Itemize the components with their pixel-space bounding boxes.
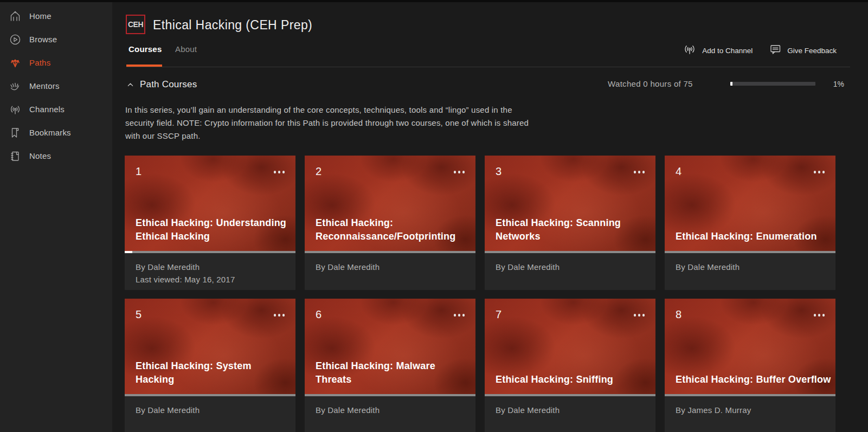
course-title: Ethical Hacking: Reconnaissance/Footprin… (316, 216, 471, 243)
course-options-menu-icon[interactable] (812, 312, 827, 319)
sidebar-item-label: Paths (29, 58, 50, 67)
sidebar-item-label: Channels (29, 105, 65, 114)
sidebar-item-label: Home (29, 11, 52, 21)
course-card-footer: By Dale Meredith (125, 396, 295, 416)
course-options-menu-icon[interactable] (452, 169, 467, 176)
course-number: 7 (496, 308, 501, 321)
course-title: Ethical Hacking: Enumeration (676, 230, 831, 243)
course-card-footer: By Dale Meredith (305, 253, 475, 273)
watched-label: Watched 0 hours of 75 (608, 79, 693, 88)
tab-courses[interactable]: Courses (128, 44, 162, 54)
course-number: 5 (136, 308, 142, 321)
course-progress-bar (305, 394, 475, 396)
sidebar-item-browse[interactable]: Browse (0, 28, 112, 51)
header-actions: Add to Channel Give Feedback (683, 42, 837, 59)
sidebar-item-channels[interactable]: Channels (0, 98, 112, 121)
course-options-menu-icon[interactable] (452, 312, 467, 319)
course-options-menu-icon[interactable] (632, 169, 647, 176)
sidebar-item-label: Notes (29, 151, 51, 160)
channels-broadcast-icon (8, 102, 22, 117)
tab-about[interactable]: About (175, 44, 197, 54)
course-thumbnail: 7 Ethical Hacking: Sniffing (485, 299, 655, 394)
sidebar-item-label: Mentors (29, 81, 60, 91)
course-grid: 1 Ethical Hacking: Understanding Ethical… (125, 156, 835, 432)
course-title: Ethical Hacking: Understanding Ethical H… (136, 216, 291, 243)
course-author: By Dale Meredith (136, 261, 285, 273)
sidebar-item-label: Bookmarks (29, 128, 71, 137)
course-number: 2 (316, 165, 322, 178)
app-window: Home Browse Paths (0, 0, 868, 432)
course-title: Ethical Hacking: Scanning Networks (496, 216, 651, 243)
course-progress-bar (125, 394, 295, 396)
sidebar-item-label: Browse (29, 35, 57, 44)
course-author: By Dale Meredith (496, 404, 645, 416)
course-thumbnail: 1 Ethical Hacking: Understanding Ethical… (125, 156, 295, 251)
course-progress-fill (125, 251, 132, 253)
course-title: Ethical Hacking: Sniffing (496, 373, 651, 386)
course-card[interactable]: 8 Ethical Hacking: Buffer Overflow By Ja… (665, 299, 835, 432)
course-card[interactable]: 5 Ethical Hacking: System Hacking By Dal… (125, 299, 295, 432)
course-author: By Dale Meredith (676, 261, 825, 273)
course-title: Ethical Hacking: Malware Threats (316, 359, 471, 386)
course-options-menu-icon[interactable] (272, 169, 287, 176)
course-number: 1 (136, 165, 142, 178)
paths-icon (8, 56, 22, 70)
bookmark-icon (8, 126, 22, 140)
path-progress-fill (730, 82, 732, 86)
sidebar-item-paths[interactable]: Paths (0, 51, 112, 74)
course-card-footer: By James D. Murray (665, 396, 835, 416)
tabs-divider (126, 67, 850, 67)
chevron-up-icon (126, 81, 134, 89)
course-card-footer: By Dale Meredith Last viewed: May 16, 20… (125, 253, 295, 286)
watched-progress-row: Watched 0 hours of 75 1% (608, 79, 844, 88)
course-thumbnail: 3 Ethical Hacking: Scanning Networks (485, 156, 655, 251)
course-card[interactable]: 2 Ethical Hacking: Reconnaissance/Footpr… (305, 156, 475, 290)
add-to-channel-button[interactable]: Add to Channel (683, 42, 753, 59)
course-author: By Dale Meredith (316, 404, 465, 416)
sidebar-item-bookmarks[interactable]: Bookmarks (0, 121, 112, 144)
sidebar-item-mentors[interactable]: Mentors (0, 74, 112, 98)
sidebar: Home Browse Paths (0, 2, 112, 432)
progress-percent-label: 1% (833, 80, 844, 88)
course-number: 6 (316, 308, 322, 321)
ceh-badge: CEH (126, 15, 145, 34)
course-author: By James D. Murray (676, 404, 825, 416)
course-last-viewed: Last viewed: May 16, 2017 (136, 273, 285, 286)
sidebar-item-home[interactable]: Home (0, 4, 112, 28)
course-number: 8 (676, 308, 681, 321)
course-options-menu-icon[interactable] (632, 312, 647, 319)
course-thumbnail: 8 Ethical Hacking: Buffer Overflow (665, 299, 835, 394)
home-icon (8, 9, 22, 23)
sidebar-item-notes[interactable]: Notes (0, 144, 112, 167)
course-card[interactable]: 7 Ethical Hacking: Sniffing By Dale Mere… (485, 299, 655, 432)
course-number: 3 (496, 165, 501, 178)
feedback-bubble-icon (769, 43, 782, 58)
course-thumbnail: 6 Ethical Hacking: Malware Threats (305, 299, 475, 394)
course-progress-bar (125, 251, 295, 253)
course-progress-bar (305, 251, 475, 253)
browse-play-icon (8, 33, 22, 47)
course-card-footer: By Dale Meredith (485, 253, 655, 273)
course-author: By Dale Meredith (496, 261, 645, 273)
broadcast-icon (683, 42, 697, 59)
course-author: By Dale Meredith (136, 404, 285, 416)
course-progress-bar (665, 394, 835, 396)
course-thumbnail: 2 Ethical Hacking: Reconnaissance/Footpr… (305, 156, 475, 251)
course-author: By Dale Meredith (316, 261, 465, 273)
course-card[interactable]: 6 Ethical Hacking: Malware Threats By Da… (305, 299, 475, 432)
course-number: 4 (676, 165, 681, 178)
main-content: CEH Ethical Hacking (CEH Prep) Courses A… (112, 2, 868, 432)
course-thumbnail: 4 Ethical Hacking: Enumeration (665, 156, 835, 251)
path-courses-section-toggle[interactable]: Path Courses (126, 79, 197, 90)
course-card[interactable]: 4 Ethical Hacking: Enumeration By Dale M… (665, 156, 835, 290)
course-card[interactable]: 3 Ethical Hacking: Scanning Networks By … (485, 156, 655, 290)
course-progress-bar (485, 251, 655, 253)
course-card[interactable]: 1 Ethical Hacking: Understanding Ethical… (125, 156, 295, 290)
give-feedback-button[interactable]: Give Feedback (769, 43, 837, 58)
mentors-hand-icon (8, 79, 22, 93)
course-options-menu-icon[interactable] (812, 169, 827, 176)
course-options-menu-icon[interactable] (272, 312, 287, 319)
path-progress-bar (730, 82, 815, 86)
course-title: Ethical Hacking: Buffer Overflow (676, 373, 831, 386)
course-card-footer: By Dale Meredith (305, 396, 475, 416)
